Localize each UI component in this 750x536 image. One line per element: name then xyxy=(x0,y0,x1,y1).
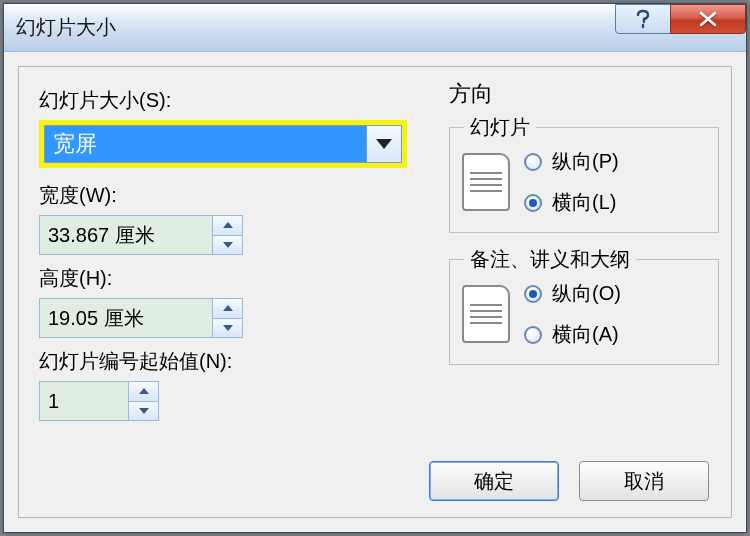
height-spin-up[interactable] xyxy=(213,299,242,318)
width-spinner[interactable]: 33.867 厘米 xyxy=(39,215,243,255)
startnum-label: 幻灯片编号起始值(N): xyxy=(39,348,419,375)
radio-icon xyxy=(524,326,542,344)
chevron-up-icon xyxy=(223,222,233,228)
chevron-up-icon xyxy=(223,305,233,311)
width-spin-buttons xyxy=(212,216,242,254)
startnum-spin-down[interactable] xyxy=(129,401,158,421)
slide-size-dropdown-button[interactable] xyxy=(366,125,402,163)
radio-label: 纵向(O) xyxy=(552,280,621,307)
slides-orient-row: 纵向(P) 横向(L) xyxy=(462,148,706,216)
notes-orient-row: 纵向(O) 横向(A) xyxy=(462,280,706,348)
dialog-panel: 幻灯片大小(S): 宽屏 宽度(W): 33.867 厘米 高度(H): xyxy=(18,66,732,518)
height-label: 高度(H): xyxy=(39,265,419,292)
close-icon xyxy=(698,11,718,27)
startnum-spinner[interactable]: 1 xyxy=(39,381,159,421)
chevron-down-icon xyxy=(223,242,233,248)
notes-orientation-group: 备注、讲义和大纲 纵向(O) 横向(A) xyxy=(449,259,719,365)
radio-label: 横向(L) xyxy=(552,189,616,216)
chevron-down-icon xyxy=(376,139,392,149)
height-spinner[interactable]: 19.05 厘米 xyxy=(39,298,243,338)
window-buttons xyxy=(616,4,746,36)
width-spin-up[interactable] xyxy=(213,216,242,235)
slides-landscape-radio[interactable]: 横向(L) xyxy=(524,189,619,216)
close-button[interactable] xyxy=(670,4,746,34)
slide-size-combo[interactable]: 宽屏 xyxy=(44,125,366,163)
right-column: 方向 幻灯片 纵向(P) xyxy=(449,79,719,365)
notes-landscape-radio[interactable]: 横向(A) xyxy=(524,321,621,348)
notes-group-title: 备注、讲义和大纲 xyxy=(464,246,636,273)
notes-radios: 纵向(O) 横向(A) xyxy=(524,280,621,348)
dialog-window: 幻灯片大小 幻灯片大小(S): 宽屏 xyxy=(3,3,747,533)
radio-icon xyxy=(524,153,542,171)
orientation-section-label: 方向 xyxy=(449,79,719,109)
startnum-spin-up[interactable] xyxy=(129,382,158,401)
slides-orientation-group: 幻灯片 纵向(P) 横向(L) xyxy=(449,127,719,233)
slides-portrait-radio[interactable]: 纵向(P) xyxy=(524,148,619,175)
page-icon xyxy=(462,285,510,343)
radio-icon xyxy=(524,194,542,212)
dialog-content: 幻灯片大小(S): 宽屏 宽度(W): 33.867 厘米 高度(H): xyxy=(4,52,746,532)
slides-group-title: 幻灯片 xyxy=(464,114,536,141)
ok-button[interactable]: 确定 xyxy=(429,461,559,501)
dialog-footer: 确定 取消 xyxy=(429,461,709,501)
slide-size-combo-highlight: 宽屏 xyxy=(39,120,407,168)
help-icon xyxy=(635,9,651,29)
dialog-title: 幻灯片大小 xyxy=(16,14,116,41)
height-spin-down[interactable] xyxy=(213,318,242,338)
startnum-spin-buttons xyxy=(128,382,158,420)
cancel-button[interactable]: 取消 xyxy=(579,461,709,501)
titlebar: 幻灯片大小 xyxy=(4,4,746,52)
page-icon xyxy=(462,153,510,211)
help-button[interactable] xyxy=(615,4,671,34)
height-spin-buttons xyxy=(212,299,242,337)
startnum-value[interactable]: 1 xyxy=(40,382,128,420)
notes-portrait-radio[interactable]: 纵向(O) xyxy=(524,280,621,307)
radio-label: 横向(A) xyxy=(552,321,619,348)
slide-size-label: 幻灯片大小(S): xyxy=(39,87,419,114)
chevron-up-icon xyxy=(139,388,149,394)
radio-icon xyxy=(524,285,542,303)
left-column: 幻灯片大小(S): 宽屏 宽度(W): 33.867 厘米 高度(H): xyxy=(39,79,419,427)
radio-label: 纵向(P) xyxy=(552,148,619,175)
width-value[interactable]: 33.867 厘米 xyxy=(40,216,212,254)
height-value[interactable]: 19.05 厘米 xyxy=(40,299,212,337)
width-label: 宽度(W): xyxy=(39,182,419,209)
chevron-down-icon xyxy=(223,325,233,331)
width-spin-down[interactable] xyxy=(213,235,242,255)
chevron-down-icon xyxy=(139,408,149,414)
slides-radios: 纵向(P) 横向(L) xyxy=(524,148,619,216)
